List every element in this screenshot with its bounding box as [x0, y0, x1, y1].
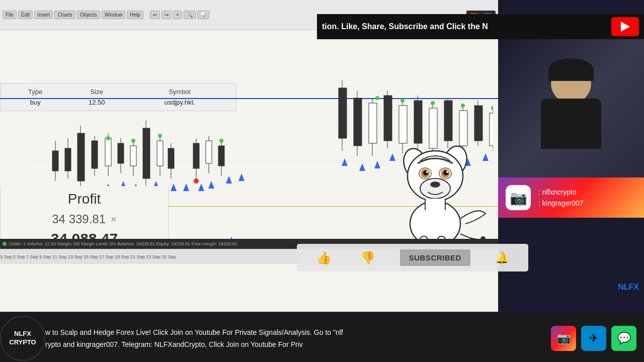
instagram-social-icon[interactable]: 📷	[551, 326, 576, 351]
yt-banner-text: tion. Like, Share, Subscribe and Click t…	[322, 22, 611, 31]
scroll-line-1: w to Scalp and Hedge Forex Live! Click J…	[45, 326, 543, 338]
connection-dot	[3, 242, 7, 246]
svg-rect-8	[65, 148, 71, 171]
social-icons: 📷 ✈ 💬	[543, 326, 644, 351]
svg-rect-18	[130, 146, 136, 166]
svg-rect-30	[218, 146, 224, 166]
streamer-webcam	[498, 39, 644, 177]
chart-dates: 3 Sep 5 Sep 7 Sep 9 Sep 11 Sep 13 Sep 15…	[0, 254, 176, 259]
svg-point-87	[194, 178, 199, 184]
nlfx-logo-line2: CRYPTO	[9, 338, 36, 347]
svg-rect-6	[52, 151, 58, 171]
svg-marker-61	[198, 184, 204, 191]
svg-marker-64	[238, 173, 245, 181]
svg-point-99	[446, 171, 448, 173]
svg-point-78	[106, 136, 110, 140]
yt-notification-banner: tion. Like, Share, Subscribe and Click t…	[317, 14, 644, 39]
svg-point-86	[491, 106, 493, 110]
svg-marker-62	[208, 181, 214, 189]
dog-illustration	[377, 136, 493, 251]
youtube-logo[interactable]	[611, 17, 639, 36]
toolbar-insert-btn[interactable]: Insert	[34, 11, 53, 19]
toolbar-charts-btn[interactable]: Charts	[54, 11, 75, 19]
nlfx-logo-line1: NLFX	[14, 330, 31, 338]
instagram-panel: 📷 : nlfxncrypto : kingrager007	[498, 177, 644, 218]
svg-rect-26	[193, 143, 199, 168]
profit-close-button[interactable]: ×	[111, 214, 117, 225]
svg-rect-10	[77, 133, 85, 181]
status-text: Order: 1 Volume: 12.50 Margin: 0/0 Margi…	[9, 241, 237, 246]
svg-point-93	[430, 182, 440, 188]
toolbar-icon-1[interactable]: ↩	[150, 11, 160, 19]
toolbar-file-btn[interactable]: File	[3, 11, 17, 19]
svg-rect-36	[369, 103, 377, 143]
notification-bell-icon[interactable]: 🔔	[495, 251, 509, 264]
svg-marker-59	[171, 184, 177, 191]
svg-rect-38	[384, 96, 392, 141]
svg-rect-34	[354, 98, 362, 146]
instagram-logo-icon: 📷	[506, 185, 531, 210]
toolbar-icon-5[interactable]: 📊	[197, 11, 209, 19]
svg-point-80	[158, 134, 162, 138]
svg-rect-20	[143, 128, 150, 178]
svg-rect-22	[157, 141, 163, 166]
svg-point-82	[375, 96, 379, 100]
profit-value-row: 34 339.81 ×	[8, 212, 160, 226]
nlfx-logo: NLFX CRYPTO	[0, 316, 45, 361]
ig-usernames: : nlfxncrypto : kingrager007	[538, 187, 584, 209]
svg-point-98	[426, 171, 428, 173]
svg-marker-66	[359, 163, 365, 171]
svg-rect-24	[168, 148, 174, 168]
toolbar-edit-btn[interactable]: Edit	[18, 11, 33, 19]
svg-rect-46	[444, 101, 452, 141]
svg-rect-16	[118, 143, 124, 163]
telegram-social-icon[interactable]: ✈	[581, 326, 606, 351]
svg-rect-32	[339, 88, 347, 138]
scroll-line-2: rypto and kingrager007. Telegram: NLFXan…	[45, 338, 543, 350]
svg-point-83	[400, 99, 405, 103]
nlfx-watermark: NLFX	[618, 283, 639, 292]
svg-point-85	[461, 104, 465, 108]
svg-rect-28	[206, 141, 212, 163]
ig-username-2: : kingrager007	[538, 198, 584, 209]
person-body	[541, 99, 601, 149]
svg-point-81	[219, 139, 223, 143]
toolbar-icon-3[interactable]: +	[173, 11, 182, 19]
svg-marker-63	[226, 176, 232, 184]
toolbar-icon-4[interactable]: 🔍	[184, 11, 196, 19]
whatsapp-social-icon[interactable]: 💬	[611, 326, 636, 351]
yt-play-icon	[621, 22, 630, 32]
dislike-button[interactable]: 👎	[360, 251, 375, 265]
svg-rect-14	[105, 138, 111, 166]
toolbar-icon-2[interactable]: ↪	[162, 11, 172, 19]
toolbar-window-btn[interactable]: Window	[102, 11, 126, 19]
subscribed-button[interactable]: SUBSCRIBED	[400, 249, 470, 266]
bottom-bar: NLFX CRYPTO w to Scalp and Hedge Forex L…	[0, 314, 644, 362]
scrolling-text: w to Scalp and Hedge Forex Live! Click J…	[45, 316, 543, 361]
profit-value-1: 34 339.81	[52, 212, 106, 226]
ig-username-1: : nlfxncrypto	[538, 187, 584, 198]
profit-label: Profit	[8, 191, 160, 207]
person-cap	[548, 58, 594, 81]
svg-point-84	[431, 101, 435, 105]
toolbar-help-btn[interactable]: Help	[127, 11, 143, 19]
streamer-video-feed	[498, 39, 644, 177]
svg-rect-12	[92, 141, 98, 168]
svg-rect-103	[425, 199, 445, 211]
subscribe-overlay: 👍 👎 SUBSCRIBED 🔔	[297, 244, 528, 272]
svg-point-79	[131, 139, 135, 143]
svg-marker-65	[342, 158, 348, 166]
svg-marker-60	[183, 184, 189, 191]
like-button[interactable]: 👍	[316, 251, 332, 265]
toolbar-objects-btn[interactable]: Objects	[77, 11, 100, 19]
